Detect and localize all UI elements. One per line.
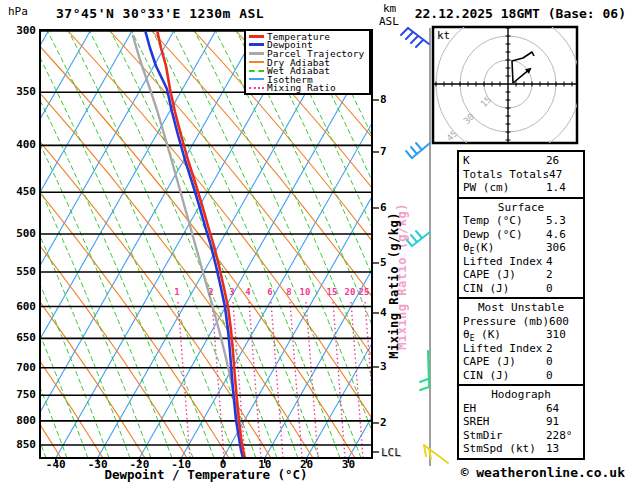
table-row: PW (cm)1.4: [459, 181, 583, 195]
table-row-value: 1.4: [546, 181, 583, 195]
table-row-value: 4.6: [546, 228, 583, 242]
km-tick-label: 8: [380, 94, 394, 106]
table-row-label: Lifted Index: [459, 255, 546, 269]
pressure-tick-label: 600: [0, 301, 36, 313]
temp-tick-label: -20: [124, 459, 154, 471]
legend-sample-solid-thick: [249, 35, 264, 38]
pressure-tick-label: 750: [0, 389, 36, 401]
legend-sample-dotted: [249, 87, 264, 89]
lcl-marker-label: LCL: [381, 446, 401, 459]
table-row-label: StmSpd (kt): [459, 442, 546, 456]
hodograph: 153045: [433, 12, 580, 156]
table-row-value: 2: [546, 268, 583, 282]
mixing-ratio-value-label: 25: [355, 287, 373, 297]
table-row-label: θE(K): [459, 241, 546, 255]
table-row-label: EH: [459, 402, 546, 416]
table-section-header: Surface: [459, 201, 583, 215]
legend-sample-dashed: [249, 70, 264, 72]
temp-tick-label: -30: [83, 459, 113, 471]
mixing-ratio-value-label: 4: [239, 287, 257, 297]
mixing-ratio-line: [249, 302, 261, 458]
table-row: CAPE (J)2: [459, 268, 583, 282]
pressure-tick-label: 550: [0, 266, 36, 278]
table-row-label: Lifted Index: [459, 342, 546, 356]
legend-sample-solid: [249, 78, 264, 80]
table-row-value: 5.3: [546, 214, 583, 228]
table-section: Most UnstablePressure (mb)600θE (K)310Li…: [459, 297, 583, 384]
table-row: Dewp (°C)4.6: [459, 228, 583, 242]
table-row-label: Dewp (°C): [459, 228, 546, 242]
table-row: Lifted Index2: [459, 342, 583, 356]
legend-sample-solid-thick: [249, 43, 264, 46]
temp-tick-label: -10: [166, 459, 196, 471]
mixing-ratio-value-label: 10: [296, 287, 314, 297]
pressure-tick-label: 500: [0, 228, 36, 240]
km-tick-label: 3: [380, 361, 394, 373]
skewt-sounding-page: 153045 hPa 37°45'N 30°33'E 1230m ASL km …: [0, 0, 629, 486]
pressure-tick-label: 850: [0, 439, 36, 451]
wind-barb: [406, 231, 430, 246]
legend-box: TemperatureDewpointParcel TrajectoryDry …: [244, 29, 371, 95]
wind-barb: [424, 445, 448, 463]
mixing-ratio-axis-label: Mixing Ratio (g/kg): [387, 212, 401, 359]
table-row-value: 0: [546, 282, 583, 296]
table-row-label: CIN (J): [459, 282, 546, 296]
table-row: StmSpd (kt)13: [459, 442, 583, 456]
table-row-value: 26: [546, 154, 583, 168]
table-row-label: PW (cm): [459, 181, 546, 195]
wind-barb: [420, 351, 429, 390]
sounding-indices-table: K26Totals Totals47PW (cm)1.4SurfaceTemp …: [457, 150, 585, 460]
table-row-value: 0: [546, 369, 583, 383]
legend-sample-solid-thick: [249, 52, 264, 55]
mixing-ratio-line: [290, 302, 302, 458]
temp-tick-label: -40: [41, 459, 71, 471]
table-row: CAPE (J)0: [459, 355, 583, 369]
table-row: CIN (J)0: [459, 282, 583, 296]
table-row-label: K: [459, 154, 546, 168]
hodograph-unit-label: kt: [437, 29, 450, 42]
altitude-axis-unit-asl: ASL: [379, 15, 399, 28]
table-row: SREH91: [459, 415, 583, 429]
table-row-value: 13: [546, 442, 583, 456]
hodograph-box: [433, 27, 577, 143]
table-row: EH64: [459, 402, 583, 416]
legend-item: Mixing Ratio: [249, 84, 369, 93]
table-row-value: 91: [546, 415, 583, 429]
table-row-label: StmDir: [459, 429, 546, 443]
mixing-ratio-line: [271, 302, 283, 458]
pressure-tick-label: 800: [0, 415, 36, 427]
table-section-header: Most Unstable: [459, 301, 583, 315]
altitude-axis-unit-km: km: [383, 2, 396, 15]
table-row-label: CAPE (J): [459, 268, 546, 282]
pressure-tick-label: 450: [0, 186, 36, 198]
table-row-label: CAPE (J): [459, 355, 546, 369]
table-section-header: Hodograph: [459, 388, 583, 402]
pressure-tick-label: 700: [0, 362, 36, 374]
table-row: Pressure (mb)600: [459, 315, 583, 329]
table-row-value: 47: [549, 168, 583, 182]
temp-tick-label: 20: [292, 459, 322, 471]
table-row-label: CIN (J): [459, 369, 546, 383]
station-title: 37°45'N 30°33'E 1230m ASL: [56, 6, 264, 21]
table-row-label: Temp (°C): [459, 214, 546, 228]
table-section: K26Totals Totals47PW (cm)1.4: [459, 152, 583, 197]
table-row: θE (K)310: [459, 328, 583, 342]
table-row-label: θE (K): [459, 328, 546, 342]
mixing-ratio-line: [333, 302, 345, 458]
pressure-tick-label: 650: [0, 332, 36, 344]
km-tick-label: 7: [380, 146, 394, 158]
mixing-ratio-value-label: 15: [323, 287, 341, 297]
table-row-value: 600: [549, 315, 583, 329]
pressure-tick-label: 400: [0, 139, 36, 151]
table-section: SurfaceTemp (°C)5.3Dewp (°C)4.6θE(K)306L…: [459, 197, 583, 298]
copyright-footer: © weatheronline.co.uk: [461, 465, 625, 480]
legend-item-label: Mixing Ratio: [267, 83, 336, 92]
temp-tick-label: 0: [208, 459, 238, 471]
mixing-ratio-value-label: 1: [168, 287, 186, 297]
valid-datetime: 22.12.2025 18GMT (Base: 06): [415, 6, 626, 21]
table-row-value: 228°: [546, 429, 583, 443]
temp-tick-label: 10: [250, 459, 280, 471]
table-row: Totals Totals47: [459, 168, 583, 182]
table-row: StmDir228°: [459, 429, 583, 443]
table-row: Temp (°C)5.3: [459, 214, 583, 228]
